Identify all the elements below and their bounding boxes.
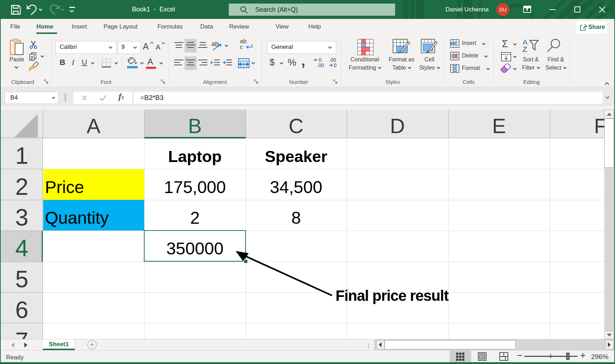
svg-text:0: 0	[334, 62, 337, 68]
svg-text:0: 0	[319, 58, 322, 63]
svg-text:.00: .00	[329, 58, 336, 63]
svg-text:.00: .00	[317, 62, 324, 68]
